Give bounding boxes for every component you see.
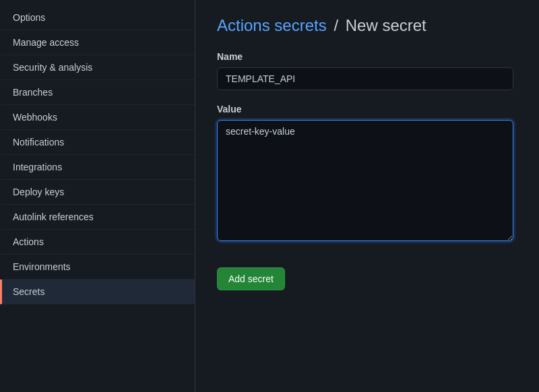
add-secret-button[interactable]: Add secret — [217, 267, 285, 290]
sidebar-item-deploy-keys[interactable]: Deploy keys — [0, 180, 195, 205]
main-content: Actions secrets / New secret Name Value … — [195, 0, 539, 392]
page-title: Actions secrets / New secret — [217, 16, 517, 35]
value-textarea[interactable] — [217, 120, 513, 241]
value-form-group: Value — [217, 104, 517, 243]
sidebar-item-security-analysis[interactable]: Security & analysis — [0, 55, 195, 80]
sidebar-item-manage-access[interactable]: Manage access — [0, 30, 195, 55]
sidebar: OptionsManage accessSecurity & analysisB… — [0, 0, 195, 392]
name-label: Name — [217, 51, 517, 62]
sidebar-item-integrations[interactable]: Integrations — [0, 155, 195, 180]
sidebar-item-webhooks[interactable]: Webhooks — [0, 105, 195, 130]
sidebar-item-options[interactable]: Options — [0, 5, 195, 30]
sidebar-item-branches[interactable]: Branches — [0, 80, 195, 105]
sidebar-item-notifications[interactable]: Notifications — [0, 130, 195, 155]
sidebar-item-environments[interactable]: Environments — [0, 255, 195, 280]
sidebar-item-actions[interactable]: Actions — [0, 230, 195, 255]
sidebar-item-autolink-references[interactable]: Autolink references — [0, 205, 195, 230]
breadcrumb-link[interactable]: Actions secrets — [217, 16, 327, 34]
name-input[interactable] — [217, 67, 513, 90]
value-label: Value — [217, 104, 517, 115]
breadcrumb-separator: / — [334, 16, 338, 34]
name-form-group: Name — [217, 51, 517, 90]
sidebar-item-secrets[interactable]: Secrets — [0, 280, 195, 304]
page-title-suffix: New secret — [346, 16, 426, 34]
